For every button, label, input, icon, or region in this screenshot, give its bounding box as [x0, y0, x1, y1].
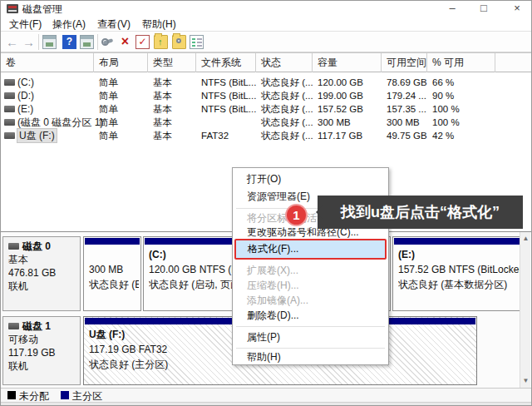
annotation-tooltip: 找到u盘后点击“格式化” [318, 196, 523, 229]
column-header-capacity[interactable]: 容量 [313, 53, 382, 72]
volume-icon [4, 79, 15, 86]
disk-management-window: 磁盘管理 – □ × 文件(F) 操作(A) 查看(V) 帮助(H) ← → ?… [0, 0, 532, 406]
disk-icon [8, 323, 19, 329]
disk-size: 476.81 GB [8, 266, 76, 280]
cell-type: 基本 [148, 129, 196, 142]
cell-type: 基本 [148, 89, 196, 102]
partition-e[interactable]: (E:) 157.52 GB NTFS (BitLocker 已 状态良好 (基… [392, 236, 522, 311]
volume-name: (E:) [17, 102, 33, 116]
disk-management-icon [7, 4, 18, 13]
menu-item-shrink-volume: 压缩卷(H)... [234, 277, 387, 294]
scroll-up-icon[interactable]: ▲ [520, 233, 531, 244]
column-header-free-space[interactable]: 可用空间 [382, 53, 427, 72]
details-list-icon[interactable] [190, 35, 204, 49]
disk-1-info[interactable]: 磁盘 1 可移动 117.19 GB 联机 [2, 316, 81, 385]
volume-name: (磁盘 0 磁盘分区 1) [17, 116, 103, 129]
partition-size: 157.52 GB NTFS (BitLocker 已 [398, 262, 520, 277]
table-row[interactable]: (C:) 简单 基本 NTFS (BitL... 状态良好 (... 120.0… [1, 76, 531, 89]
menu-file[interactable]: 文件(F) [6, 17, 45, 31]
cell-layout: 简单 [94, 76, 148, 89]
back-arrow-icon[interactable]: ← [5, 35, 19, 49]
volume-list-header: 卷 布局 类型 文件系统 状态 容量 可用空间 % 可用 [1, 52, 531, 72]
cell-pct-free: 42 % [427, 129, 495, 142]
cell-status: 状态良好 (... [256, 89, 313, 102]
menu-item-properties[interactable]: 属性(P) [234, 329, 387, 345]
cell-status: 状态良好 (... [256, 129, 313, 142]
cell-type: 基本 [148, 76, 196, 89]
console-window-icon[interactable] [42, 35, 57, 49]
cell-free: 78.69 GB [382, 76, 427, 89]
cell-layout: 简单 [94, 116, 148, 129]
maximize-button[interactable]: □ [471, 1, 496, 16]
primary-partition-band [85, 238, 140, 245]
cell-type: 基本 [148, 116, 196, 129]
primary-partition-swatch [61, 391, 69, 399]
cell-capacity: 120.00 GB [313, 76, 382, 89]
menu-item-format[interactable]: 格式化(F)... [234, 239, 387, 260]
cell-pct-free: 100 % [427, 102, 495, 116]
column-header-filesystem[interactable]: 文件系统 [196, 53, 256, 72]
cell-type: 基本 [148, 102, 196, 116]
step-1-badge: 1 [285, 204, 308, 226]
table-row[interactable]: (E:) 简单 基本 NTFS (BitL... 状态良好 (... 157.5… [1, 102, 531, 116]
volume-name: (D:) [17, 89, 34, 102]
primary-partition-band [394, 238, 520, 245]
cell-filesystem [196, 116, 256, 129]
cell-layout: 简单 [94, 102, 148, 116]
table-row[interactable]: (D:) 简单 基本 NTFS (BitL... 状态良好 (... 199.0… [1, 89, 531, 102]
menu-item-open[interactable]: 打开(O) [234, 171, 387, 187]
folder-export-icon[interactable]: ↑ [154, 35, 168, 49]
cell-pct-free: 100 % [427, 116, 495, 129]
cell-layout: 简单 [94, 89, 148, 102]
disk-0-info[interactable]: 磁盘 0 基本 476.81 GB 联机 [2, 236, 81, 311]
cell-filesystem: NTFS (BitL... [196, 89, 256, 102]
cell-status: 状态良好 (... [256, 102, 313, 116]
delete-cross-icon[interactable]: × [118, 35, 132, 49]
unallocated-swatch [7, 391, 16, 399]
disk-type: 可移动 [8, 333, 76, 346]
cell-capacity: 300 MB [313, 116, 382, 129]
menu-action[interactable]: 操作(A) [49, 17, 89, 31]
forward-arrow-icon[interactable]: → [22, 35, 36, 49]
status-strip [1, 402, 531, 406]
close-button[interactable]: × [505, 1, 530, 16]
column-header-status[interactable]: 状态 [256, 53, 313, 72]
cell-filesystem: FAT32 [196, 129, 256, 142]
cell-capacity: 157.52 GB [313, 102, 382, 116]
volume-icon [4, 132, 15, 139]
table-row-selected[interactable]: U盘 (F:) 简单 基本 FAT32 状态良好 (... 117.17 GB … [1, 129, 531, 142]
disk-status: 联机 [8, 280, 76, 293]
menu-item-extend-volume: 扩展卷(X)... [234, 262, 387, 279]
menu-item-delete-volume[interactable]: 删除卷(D)... [234, 307, 387, 324]
table-row[interactable]: (磁盘 0 磁盘分区 1) 简单 基本 状态良好 (... 300 MB 300… [1, 116, 531, 129]
partition-label: (E:) [398, 247, 520, 262]
cell-free: 49.75 GB [382, 129, 427, 142]
scroll-down-icon[interactable]: ▼ [520, 375, 531, 386]
column-header-volume[interactable]: 卷 [1, 53, 94, 72]
column-header-pct-free[interactable]: % 可用 [427, 53, 495, 72]
column-header-type[interactable]: 类型 [148, 53, 196, 72]
menu-bar: 文件(F) 操作(A) 查看(V) 帮助(H) [1, 17, 531, 31]
cell-free: 157.35 ... [382, 102, 427, 116]
minimize-button[interactable]: – [440, 1, 465, 16]
cell-pct-free: 66 % [427, 76, 495, 89]
title-bar: 磁盘管理 – □ × [1, 1, 531, 17]
menu-help[interactable]: 帮助(H) [139, 17, 180, 31]
help-icon[interactable]: ? [62, 35, 76, 49]
menu-item-help[interactable]: 帮助(H) [234, 349, 387, 365]
volume-name: (C:) [17, 76, 34, 89]
window-title: 磁盘管理 [22, 2, 62, 17]
console-window-icon[interactable] [80, 35, 94, 49]
cell-status: 状态良好 (... [256, 76, 313, 89]
column-header-empty [495, 53, 532, 72]
cell-filesystem: NTFS (BitL... [196, 102, 256, 116]
menu-view[interactable]: 查看(V) [94, 17, 134, 31]
volume-icon [4, 119, 15, 126]
check-task-icon[interactable]: ✓ [135, 35, 150, 49]
vertical-scrollbar[interactable]: ▲ ▼ [520, 232, 530, 388]
partition-efi[interactable]: 300 MB 状态良好 (EF [83, 236, 141, 311]
cell-layout: 简单 [94, 129, 148, 142]
folder-search-icon[interactable] [172, 35, 186, 49]
column-header-layout[interactable]: 布局 [94, 53, 148, 72]
disk-size: 117.19 GB [8, 346, 76, 359]
